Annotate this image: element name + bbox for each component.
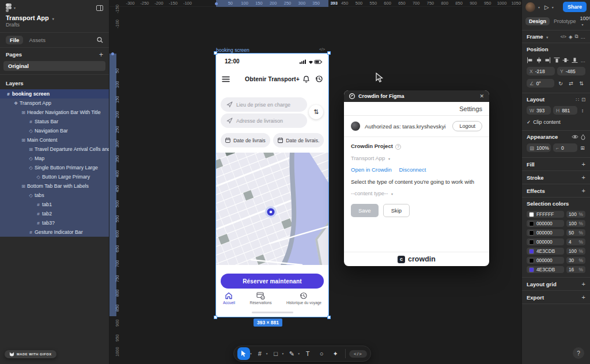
color-chip[interactable]: 000000 (527, 220, 564, 227)
color-chip[interactable]: 000000 (527, 257, 564, 264)
opacity-chip[interactable]: 100% (566, 220, 585, 227)
help-info-icon[interactable]: ? (395, 144, 401, 150)
selection-color-row[interactable]: FFFFFF 100% (522, 210, 590, 219)
open-in-crowdin-link[interactable]: Open in Crowdin (351, 166, 392, 173)
opacity-chip[interactable]: 16% (566, 266, 585, 273)
selection-color-row[interactable]: 000000 30% (522, 256, 590, 265)
add-page-button[interactable]: + (99, 52, 103, 57)
tab-historique[interactable]: Historique du voyage (286, 292, 322, 305)
date-field-2[interactable]: Date de livrais... (273, 133, 324, 147)
more-align-icon[interactable]: … (580, 58, 585, 63)
flip-vertical-icon[interactable]: ⇅ (577, 81, 585, 86)
visibility-eye-icon[interactable] (572, 134, 578, 139)
selection-handle[interactable] (214, 316, 217, 319)
layer-row[interactable]: ◇ Button Large Primary (0, 172, 109, 181)
independent-corners-icon[interactable]: ⊞ (580, 145, 585, 151)
more-icon[interactable]: … (581, 34, 586, 40)
selection-color-row[interactable]: 000000 100% (522, 219, 590, 228)
delivery-address-input[interactable]: Adresse de livraison (221, 113, 307, 128)
text-tool[interactable]: T (301, 347, 314, 360)
add-stroke-button[interactable]: + (582, 174, 585, 181)
booking-screen-frame[interactable]: 12:00 Obtenir Transport+ (216, 54, 328, 317)
layer-row[interactable]: # Status Bar (0, 117, 109, 126)
share-button[interactable]: Share (563, 2, 587, 12)
frame-section-label[interactable]: Frame ▾ (527, 33, 558, 40)
tab-file[interactable]: File (6, 36, 23, 44)
y-position-input[interactable]: Y-485 (557, 67, 585, 75)
opacity-input[interactable]: ▨100% (527, 143, 551, 152)
tab-design[interactable]: Design (525, 17, 550, 25)
layer-row[interactable]: ◇ tabs (0, 191, 109, 200)
align-right-icon[interactable] (544, 57, 551, 63)
tab-prototype[interactable]: Prototype (554, 18, 576, 24)
trip-history-icon[interactable] (315, 75, 323, 83)
layer-row[interactable]: # tab2 (0, 209, 109, 218)
color-chip[interactable]: 4E3CDB (527, 248, 564, 255)
opacity-chip[interactable]: 4% (566, 238, 585, 245)
layer-row[interactable]: ◇ Navigation Bar (0, 126, 109, 135)
pen-tool[interactable]: ✎ (285, 347, 298, 360)
user-avatar[interactable] (525, 2, 535, 12)
present-play-icon[interactable]: ▷ (544, 4, 549, 10)
actions-tool[interactable]: ✦ (329, 347, 342, 360)
file-title[interactable]: Transport App ▾ (0, 13, 109, 21)
selection-color-row[interactable]: 000000 4% (522, 237, 590, 247)
align-v-center-icon[interactable] (562, 57, 569, 63)
add-export-button[interactable]: + (582, 294, 585, 301)
chevron-down-icon[interactable]: ▾ (250, 352, 252, 355)
content-type-select[interactable]: --content type-- ▾ (351, 190, 482, 196)
align-h-center-icon[interactable] (536, 57, 542, 63)
layer-row[interactable]: ◇ Single Button Primary Large (0, 163, 109, 172)
add-effect-button[interactable]: + (582, 187, 585, 194)
flip-horizontal-icon[interactable]: ⇄ (567, 81, 575, 86)
logout-button[interactable]: Logout (452, 121, 482, 131)
tab-accueil[interactable]: Accueil (223, 292, 235, 305)
create-component-icon[interactable]: ◈ (569, 34, 573, 40)
disconnect-link[interactable]: Disconnect (399, 166, 426, 173)
canvas[interactable]: -300-250-200-150-10050100150200250300350… (109, 0, 521, 364)
layer-row[interactable]: ◇ Map (0, 154, 109, 163)
add-fill-button[interactable]: + (582, 161, 585, 168)
tab-assets[interactable]: Assets (29, 37, 46, 43)
figma-menu-button[interactable]: ▾ (6, 3, 16, 12)
color-chip[interactable]: 4E3CDB (527, 266, 564, 273)
chevron-down-icon[interactable]: ▾ (282, 352, 284, 355)
dev-mode-toggle[interactable]: </> (349, 350, 367, 358)
selection-handle[interactable] (214, 51, 217, 55)
align-left-icon[interactable] (527, 57, 533, 63)
pickup-location-input[interactable]: Lieu de prise en charge (221, 97, 307, 112)
selection-color-row[interactable]: 4E3CDB 100% (522, 247, 590, 256)
layout-options-icon[interactable]: ⊡ (581, 97, 585, 103)
map[interactable] (216, 153, 328, 265)
align-bottom-icon[interactable] (572, 57, 578, 63)
blend-drop-icon[interactable] (581, 134, 585, 140)
notifications-bell-icon[interactable] (302, 75, 310, 83)
align-top-icon[interactable] (554, 57, 560, 63)
selection-color-row[interactable]: 4E3CDB 16% (522, 265, 590, 274)
selection-handle[interactable] (327, 51, 331, 55)
opacity-chip[interactable]: 50% (566, 229, 585, 236)
chevron-down-icon[interactable]: ▾ (538, 5, 540, 9)
opacity-chip[interactable]: 100% (566, 248, 585, 255)
chevron-down-icon[interactable]: ▾ (552, 5, 554, 9)
height-input[interactable]: H881 (553, 106, 577, 115)
constrain-proportions-icon[interactable]: ↕ (580, 108, 585, 113)
dev-code-icon[interactable]: </> (319, 47, 325, 51)
layer-row[interactable]: ⊞ Travel Departure Arrival Cells and Dat… (0, 145, 109, 154)
layer-row[interactable]: # booking screen (0, 89, 109, 98)
close-icon[interactable]: ✕ (479, 93, 484, 99)
selection-handle[interactable] (327, 316, 331, 319)
clip-content-checkbox[interactable]: ✓ (527, 119, 531, 125)
corner-radius-input[interactable]: ⌐0 (553, 143, 577, 152)
dev-code-icon[interactable]: </> (561, 35, 566, 39)
x-position-input[interactable]: X-218 (527, 67, 555, 75)
move-tool[interactable] (237, 347, 250, 360)
skip-button[interactable]: Skip (383, 204, 410, 217)
shape-tool[interactable]: □ (270, 347, 282, 360)
swap-addresses-button[interactable]: ⇅ (309, 105, 323, 119)
layer-row[interactable]: # tab1 (0, 200, 109, 209)
opacity-chip[interactable]: 100% (566, 211, 585, 218)
zoom-level[interactable]: 100% ▾ (580, 16, 590, 27)
layer-row[interactable]: ⊞ Header Navigation Bar With Title (0, 108, 109, 117)
frame-tool[interactable]: # (254, 347, 266, 360)
